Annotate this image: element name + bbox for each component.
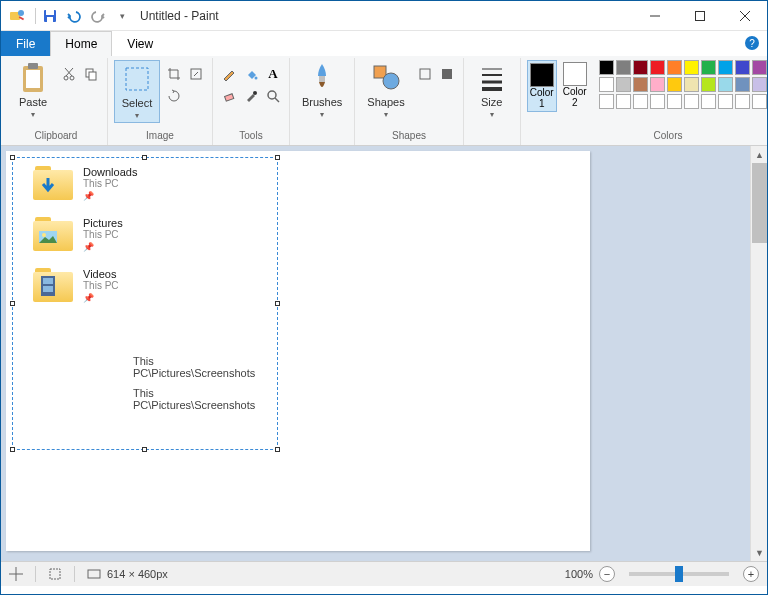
text-tool[interactable]: A: [263, 64, 283, 84]
tab-home[interactable]: Home: [50, 31, 112, 56]
palette-color[interactable]: [650, 60, 665, 75]
palette-color[interactable]: [718, 60, 733, 75]
palette-color[interactable]: [684, 94, 699, 109]
palette-color[interactable]: [616, 60, 631, 75]
palette-color[interactable]: [735, 77, 750, 92]
minimize-button[interactable]: [632, 1, 677, 31]
canvas[interactable]: DownloadsThis PC📌PicturesThis PC📌VideosT…: [6, 151, 590, 551]
close-button[interactable]: [722, 1, 767, 31]
palette-color[interactable]: [667, 94, 682, 109]
zoom-out-button[interactable]: −: [599, 566, 615, 582]
svg-rect-27: [319, 76, 325, 82]
group-tools: A Tools: [213, 58, 290, 145]
copy-button[interactable]: [81, 64, 101, 84]
zoom-slider-thumb[interactable]: [675, 566, 683, 582]
magnifier-tool[interactable]: [263, 86, 283, 106]
palette-color[interactable]: [701, 60, 716, 75]
brush-icon: [306, 62, 338, 94]
folder-icon: [33, 217, 73, 251]
palette-color[interactable]: [752, 60, 767, 75]
rotate-button[interactable]: [164, 86, 184, 106]
zoom-slider[interactable]: [629, 572, 729, 576]
select-button[interactable]: Select▾: [114, 60, 160, 123]
paste-button[interactable]: Paste▾: [11, 60, 55, 121]
size-button[interactable]: Size▾: [470, 60, 514, 121]
folder-icon: [33, 268, 73, 302]
palette-color[interactable]: [667, 77, 682, 92]
palette-color[interactable]: [616, 77, 631, 92]
scroll-thumb[interactable]: [752, 163, 767, 243]
tab-file[interactable]: File: [1, 31, 50, 56]
color2-button[interactable]: Color 2: [561, 60, 589, 110]
list-item: VideosThis PC📌: [13, 260, 277, 311]
shapes-button[interactable]: Shapes▾: [361, 60, 410, 121]
zoom-in-button[interactable]: +: [743, 566, 759, 582]
palette-color[interactable]: [735, 60, 750, 75]
palette-color[interactable]: [718, 94, 733, 109]
eraser-tool[interactable]: [219, 86, 239, 106]
list-item: DownloadsThis PC📌: [13, 158, 277, 209]
palette-color[interactable]: [752, 94, 767, 109]
selection-size: [48, 567, 62, 581]
selection-marquee[interactable]: DownloadsThis PC📌PicturesThis PC📌VideosT…: [12, 157, 278, 450]
cut-button[interactable]: [59, 64, 79, 84]
palette-color[interactable]: [616, 94, 631, 109]
shape-outline-button[interactable]: [415, 64, 435, 84]
svg-rect-40: [43, 286, 53, 292]
shape-fill-button[interactable]: [437, 64, 457, 84]
palette-color[interactable]: [650, 77, 665, 92]
palette-color[interactable]: [684, 77, 699, 92]
color-palette: [599, 60, 767, 109]
help-button[interactable]: ?: [745, 36, 759, 50]
svg-point-22: [255, 77, 258, 80]
crop-button[interactable]: [164, 64, 184, 84]
svg-point-24: [253, 91, 257, 95]
ribbon: Paste▾ Clipboard Select▾ Image: [1, 56, 767, 146]
palette-color[interactable]: [633, 77, 648, 92]
group-brushes: Brushes▾: [290, 58, 355, 145]
save-button[interactable]: [40, 6, 60, 26]
svg-rect-12: [26, 70, 40, 88]
palette-color[interactable]: [633, 60, 648, 75]
palette-color[interactable]: [599, 94, 614, 109]
redo-button[interactable]: [88, 6, 108, 26]
palette-color[interactable]: [735, 94, 750, 109]
picker-tool[interactable]: [241, 86, 261, 106]
scroll-up-button[interactable]: ▲: [751, 146, 768, 163]
maximize-button[interactable]: [677, 1, 722, 31]
palette-color[interactable]: [701, 94, 716, 109]
palette-color[interactable]: [599, 60, 614, 75]
palette-color[interactable]: [684, 60, 699, 75]
undo-button[interactable]: [64, 6, 84, 26]
color2-swatch: [563, 62, 587, 86]
pin-icon: 📌: [83, 242, 123, 252]
group-label: Colors: [654, 128, 683, 143]
palette-color[interactable]: [650, 94, 665, 109]
pencil-tool[interactable]: [219, 64, 239, 84]
palette-color[interactable]: [667, 60, 682, 75]
svg-line-15: [65, 68, 72, 76]
vertical-scrollbar[interactable]: ▲ ▼: [750, 146, 767, 561]
fill-tool[interactable]: [241, 64, 261, 84]
scroll-down-button[interactable]: ▼: [751, 544, 768, 561]
canvas-dimensions: 614 × 460px: [87, 567, 168, 581]
svg-rect-7: [695, 11, 704, 20]
palette-color[interactable]: [718, 77, 733, 92]
brushes-button[interactable]: Brushes▾: [296, 60, 348, 121]
palette-color[interactable]: [701, 77, 716, 92]
palette-color[interactable]: [752, 77, 767, 92]
svg-point-13: [64, 76, 68, 80]
color1-swatch: [530, 63, 554, 87]
resize-button[interactable]: [186, 64, 206, 84]
cursor-position: [9, 567, 23, 581]
svg-rect-23: [225, 94, 234, 101]
tab-view[interactable]: View: [112, 31, 168, 56]
qat-customize-button[interactable]: ▾: [112, 6, 132, 26]
statusbar: 614 × 460px 100% − +: [1, 561, 767, 586]
group-label: Clipboard: [35, 128, 78, 143]
svg-rect-44: [88, 570, 100, 578]
color1-button[interactable]: Color 1: [527, 60, 557, 112]
svg-point-14: [70, 76, 74, 80]
palette-color[interactable]: [633, 94, 648, 109]
palette-color[interactable]: [599, 77, 614, 92]
